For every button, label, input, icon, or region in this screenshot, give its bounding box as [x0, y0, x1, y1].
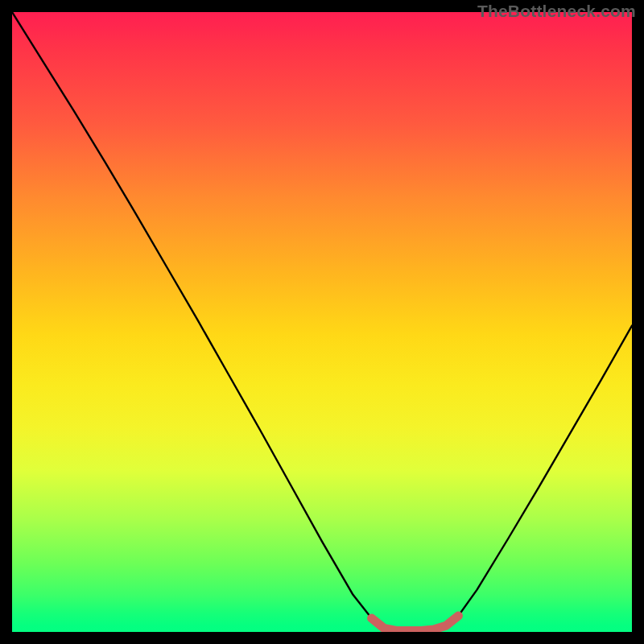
watermark: TheBottleneck.com: [477, 2, 636, 21]
curve-layer: [12, 12, 632, 632]
flat-region-marker: [372, 616, 459, 630]
chart-stage: TheBottleneck.com: [0, 0, 644, 644]
plot-area: [12, 12, 632, 632]
curve: [12, 12, 632, 630]
